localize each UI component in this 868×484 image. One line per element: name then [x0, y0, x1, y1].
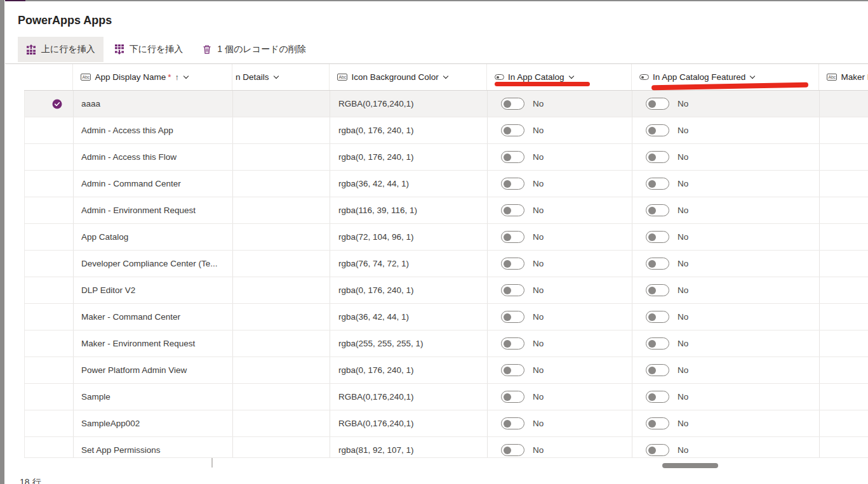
name-cell[interactable]: Set App Permissions — [74, 437, 233, 458]
toggle-cell[interactable]: No — [632, 304, 820, 330]
name-cell[interactable]: Maker - Command Center — [74, 304, 233, 330]
toggle-switch-off[interactable] — [501, 391, 524, 403]
toggle-switch-off[interactable] — [646, 231, 669, 243]
toggle-switch-off[interactable] — [501, 231, 524, 243]
column-header-name[interactable]: AbcApp Display Name*↑ — [73, 64, 232, 90]
details-cell[interactable] — [233, 197, 330, 223]
details-cell[interactable] — [233, 357, 330, 383]
maker-cell[interactable] — [820, 437, 868, 458]
table-row[interactable]: Developer Compliance Center (Te...rgba(7… — [25, 251, 868, 277]
maker-cell[interactable] — [820, 384, 868, 410]
toggle-switch-off[interactable] — [646, 124, 669, 136]
color-cell[interactable]: rgba(36, 42, 44, 1) — [330, 171, 488, 197]
table-row[interactable]: Admin - Access this Apprgba(0, 176, 240,… — [25, 117, 868, 144]
toggle-cell[interactable]: No — [632, 277, 820, 303]
toggle-cell[interactable]: No — [488, 410, 632, 436]
toggle-switch-off[interactable] — [646, 151, 669, 163]
toggle-cell[interactable]: No — [632, 437, 820, 458]
maker-cell[interactable] — [820, 117, 868, 143]
table-row[interactable]: Set App Permissionsrgba(81, 92, 107, 1)N… — [25, 437, 868, 458]
toggle-cell[interactable]: No — [488, 91, 632, 117]
toggle-cell[interactable]: No — [488, 171, 632, 197]
toggle-switch-off[interactable] — [646, 417, 669, 429]
row-select-cell[interactable] — [25, 224, 74, 250]
table-row[interactable]: SampleRGBA(0,176,240,1)NoNo — [25, 384, 868, 410]
table-row[interactable]: Admin - Environment Requestrgba(116, 39,… — [25, 197, 868, 224]
row-select-cell[interactable] — [25, 277, 74, 303]
toggle-cell[interactable]: No — [488, 357, 632, 383]
toggle-switch-off[interactable] — [646, 98, 669, 110]
toggle-cell[interactable]: No — [632, 410, 820, 436]
row-select-cell[interactable] — [25, 304, 74, 330]
toggle-cell[interactable]: No — [488, 251, 632, 277]
color-cell[interactable]: rgba(81, 92, 107, 1) — [330, 437, 488, 458]
row-select-cell[interactable] — [25, 330, 74, 356]
color-cell[interactable]: rgba(0, 176, 240, 1) — [330, 144, 488, 170]
maker-cell[interactable] — [820, 330, 868, 356]
toggle-switch-off[interactable] — [501, 151, 524, 163]
maker-cell[interactable] — [820, 171, 868, 197]
color-cell[interactable]: rgba(0, 176, 240, 1) — [330, 277, 488, 303]
name-cell[interactable]: Admin - Access this App — [74, 117, 233, 143]
toggle-cell[interactable]: No — [632, 384, 820, 410]
row-select-cell[interactable] — [25, 144, 74, 170]
name-cell[interactable]: aaaa — [74, 91, 233, 117]
table-row[interactable]: Maker - Environment Requestrgba(255, 255… — [25, 330, 868, 357]
details-cell[interactable] — [233, 224, 330, 250]
toggle-cell[interactable]: No — [632, 91, 820, 117]
toggle-switch-off[interactable] — [646, 204, 669, 216]
toggle-switch-off[interactable] — [501, 204, 524, 216]
name-cell[interactable]: SampleApp002 — [74, 410, 233, 436]
details-cell[interactable] — [233, 330, 330, 356]
details-cell[interactable] — [233, 144, 330, 170]
table-row[interactable]: DLP Editor V2rgba(0, 176, 240, 1)NoNo — [25, 277, 868, 304]
toggle-cell[interactable]: No — [488, 330, 632, 356]
row-select-cell[interactable] — [25, 91, 74, 117]
maker-cell[interactable] — [820, 304, 868, 330]
toggle-cell[interactable]: No — [632, 330, 820, 356]
toggle-cell[interactable]: No — [488, 277, 632, 303]
table-row[interactable]: SampleApp002RGBA(0,176,240,1)NoNo — [25, 410, 868, 437]
maker-cell[interactable] — [820, 251, 868, 277]
toggle-cell[interactable]: No — [632, 117, 820, 143]
toggle-cell[interactable]: No — [632, 357, 820, 383]
insert-row-below-button[interactable]: 下に行を挿入 — [106, 37, 192, 62]
table-row[interactable]: Power Platform Admin Viewrgba(0, 176, 24… — [25, 357, 868, 384]
maker-cell[interactable] — [820, 197, 868, 223]
toggle-cell[interactable]: No — [488, 437, 632, 458]
column-header-maker[interactable]: AbcMaker F — [819, 64, 868, 90]
color-cell[interactable]: rgba(0, 176, 240, 1) — [330, 357, 488, 383]
toggle-switch-off[interactable] — [646, 364, 669, 376]
name-cell[interactable]: Admin - Access this Flow — [74, 144, 233, 170]
color-cell[interactable]: rgba(36, 42, 44, 1) — [330, 304, 488, 330]
color-cell[interactable]: rgba(76, 74, 72, 1) — [330, 251, 488, 277]
row-select-cell[interactable] — [25, 251, 74, 277]
toggle-cell[interactable]: No — [632, 171, 820, 197]
row-select-cell[interactable] — [25, 117, 74, 143]
details-cell[interactable] — [233, 277, 330, 303]
toggle-cell[interactable]: No — [488, 197, 632, 223]
toggle-cell[interactable]: No — [488, 304, 632, 330]
name-cell[interactable]: Admin - Command Center — [74, 171, 233, 197]
color-cell[interactable]: rgba(72, 104, 96, 1) — [330, 224, 488, 250]
row-select-cell[interactable] — [25, 357, 74, 383]
toggle-switch-off[interactable] — [501, 337, 524, 350]
color-cell[interactable]: RGBA(0,176,240,1) — [330, 91, 488, 117]
name-cell[interactable]: App Catalog — [74, 224, 233, 250]
toggle-cell[interactable]: No — [632, 224, 820, 250]
row-select-cell[interactable] — [25, 384, 74, 410]
table-row[interactable]: Admin - Command Centerrgba(36, 42, 44, 1… — [25, 171, 868, 197]
details-cell[interactable] — [233, 91, 330, 117]
name-cell[interactable]: Maker - Environment Request — [74, 330, 233, 356]
toggle-switch-off[interactable] — [501, 417, 524, 429]
maker-cell[interactable] — [820, 410, 868, 436]
maker-cell[interactable] — [820, 91, 868, 117]
toggle-switch-off[interactable] — [501, 311, 524, 323]
maker-cell[interactable] — [820, 277, 868, 303]
toggle-switch-off[interactable] — [501, 364, 524, 376]
table-row[interactable]: aaaaRGBA(0,176,240,1)NoNo — [25, 91, 868, 117]
name-cell[interactable]: Sample — [74, 384, 233, 410]
toggle-switch-off[interactable] — [646, 258, 669, 270]
details-cell[interactable] — [233, 251, 330, 277]
toggle-switch-off[interactable] — [646, 391, 669, 403]
